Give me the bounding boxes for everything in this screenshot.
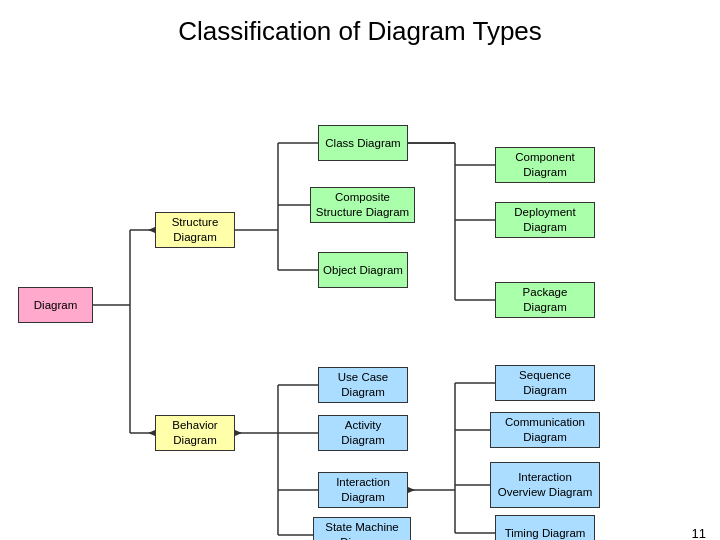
behavior-diagram-box: Behavior Diagram (155, 415, 235, 451)
interaction-diagram-box: Interaction Diagram (318, 472, 408, 508)
use-case-box: Use Case Diagram (318, 367, 408, 403)
object-diagram-box: Object Diagram (318, 252, 408, 288)
package-diagram-box: Package Diagram (495, 282, 595, 318)
svg-marker-25 (408, 487, 415, 493)
svg-marker-5 (148, 430, 155, 436)
page-title: Classification of Diagram Types (0, 0, 720, 57)
class-diagram-box: Class Diagram (318, 125, 408, 161)
diagram-box: Diagram (18, 287, 93, 323)
structure-diagram-box: Structure Diagram (155, 212, 235, 248)
activity-diagram-box: Activity Diagram (318, 415, 408, 451)
svg-marker-31 (235, 430, 242, 436)
timing-diagram-box: Timing Diagram (495, 515, 595, 540)
sequence-diagram-box: Sequence Diagram (495, 365, 595, 401)
diagram-area: Diagram Structure Diagram Behavior Diagr… (0, 57, 720, 540)
page-number: 11 (692, 526, 706, 540)
communication-diagram-box: Communication Diagram (490, 412, 600, 448)
interaction-overview-box: Interaction Overview Diagram (490, 462, 600, 508)
component-diagram-box: Component Diagram (495, 147, 595, 183)
deployment-diagram-box: Deployment Diagram (495, 202, 595, 238)
state-machine-box: State Machine Diagram (313, 517, 411, 540)
svg-marker-3 (148, 227, 155, 233)
composite-structure-box: Composite Structure Diagram (310, 187, 415, 223)
